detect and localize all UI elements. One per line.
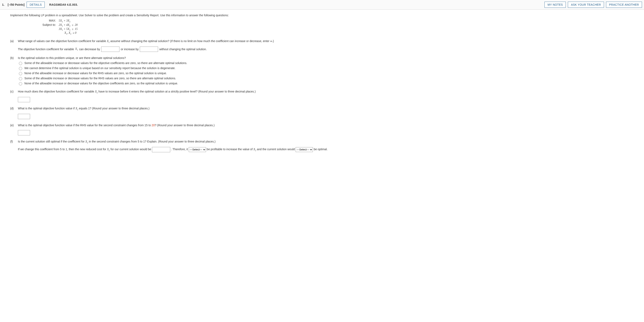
e-input[interactable]	[18, 130, 30, 135]
b-radio-2[interactable]	[19, 72, 22, 75]
subjectto-label: Subject to:	[36, 23, 56, 27]
part-a-answer: The objective function coefficient for v…	[18, 47, 634, 52]
practice-another-button[interactable]: PRACTICE ANOTHER	[606, 2, 642, 8]
part-b: (b) Is the optimal solution to this prob…	[10, 56, 634, 60]
part-f-label: (f)	[10, 140, 15, 144]
part-b-question: Is the optimal solution to this problem …	[18, 56, 634, 60]
part-d: (d) What is the optimal objective functi…	[10, 107, 634, 111]
part-d-label: (d)	[10, 107, 15, 111]
ask-teacher-button[interactable]: ASK YOUR TEACHER	[568, 2, 604, 8]
part-f-answer: If we change this coefficient from 5 to …	[18, 146, 634, 152]
d-input[interactable]	[18, 114, 30, 119]
a-increase-input[interactable]	[140, 47, 158, 52]
details-button[interactable]: DETAILS	[26, 2, 45, 8]
part-e-answer	[18, 130, 634, 135]
part-f-question: Is the current solution still optimal if…	[18, 140, 634, 144]
question-header: 1. [–/50 Points] DETAILS RAGSMDA9 4.E.00…	[0, 0, 644, 10]
f-select-1[interactable]: ---Select---	[189, 147, 206, 152]
b-radio-3[interactable]	[19, 77, 22, 80]
b-radio-1[interactable]	[19, 67, 22, 70]
part-c-question: How much does the objective function coe…	[18, 90, 634, 94]
b-option-2[interactable]: None of the allowable increase or decrea…	[18, 71, 634, 75]
constraint-2: 3X1 + 5X2 ≤ 15	[59, 28, 78, 31]
intro-text: Implement the following LP problem in a …	[10, 14, 634, 17]
b-radio-4[interactable]	[19, 82, 22, 85]
c-input[interactable]	[18, 97, 30, 102]
constraint-1: 2X1 + 4X2 ≤ 20	[59, 23, 78, 27]
part-c-label: (c)	[10, 90, 15, 94]
f-reduced-cost-input[interactable]	[152, 147, 170, 152]
b-option-3[interactable]: Some of the allowable increase or decrea…	[18, 77, 634, 80]
b-option-1[interactable]: We cannot determine if the optimal solut…	[18, 66, 634, 70]
max-label: MAX:	[36, 19, 56, 22]
part-a-label: (a)	[10, 40, 15, 43]
part-b-options: Some of the allowable increase or decrea…	[18, 61, 634, 85]
question-number: 1.	[2, 3, 4, 6]
part-c-answer	[18, 97, 634, 102]
part-e-question: What is the optimal objective function v…	[18, 124, 634, 127]
a-decrease-input[interactable]	[101, 47, 120, 52]
part-e-label: (e)	[10, 124, 15, 127]
part-b-label: (b)	[10, 56, 15, 60]
part-d-question: What is the optimal objective function v…	[18, 107, 634, 111]
f-select-2[interactable]: ---Select---	[296, 147, 313, 152]
part-c: (c) How much does the objective function…	[10, 90, 634, 94]
b-radio-0[interactable]	[19, 62, 22, 65]
b-option-4[interactable]: None of the allowable increase or decrea…	[18, 82, 634, 85]
points-label: [–/50 Points]	[8, 3, 24, 6]
b-option-0[interactable]: Some of the allowable increase or decrea…	[18, 61, 634, 65]
part-e: (e) What is the optimal objective functi…	[10, 124, 634, 127]
nonneg: X1, X2 ≥ 0	[64, 31, 76, 35]
part-a-question: What range of values can the objective f…	[18, 40, 634, 43]
lp-formulation: MAX: 5X1 + 3X2 Subject to: 2X1 + 4X2 ≤ 2…	[36, 19, 634, 35]
problem-id: RAGSMDA9 4.E.003.	[49, 3, 78, 6]
part-a: (a) What range of values can the objecti…	[10, 40, 634, 43]
objective: 5X1 + 3X2	[59, 19, 70, 23]
my-notes-button[interactable]: MY NOTES	[544, 2, 566, 8]
part-d-answer	[18, 114, 634, 119]
part-f: (f) Is the current solution still optima…	[10, 140, 634, 144]
question-content: Implement the following LP problem in a …	[0, 10, 644, 160]
